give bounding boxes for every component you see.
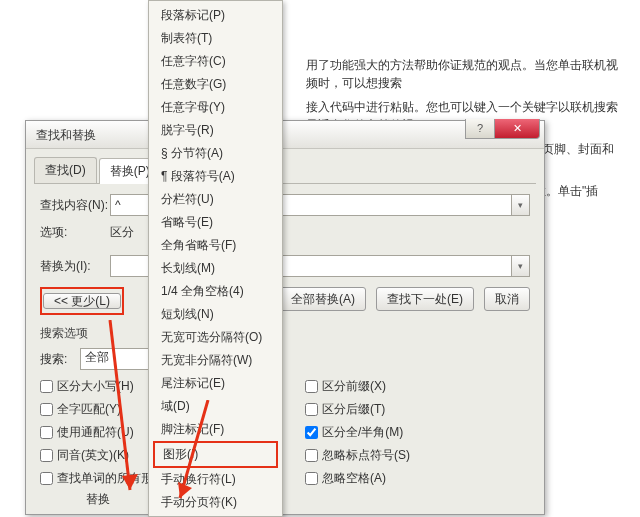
- chk-wordforms[interactable]: 查找单词的所有形式: [40, 470, 165, 487]
- special-char-menu: 段落标记(P) 制表符(T) 任意字符(C) 任意数字(G) 任意字母(Y) 脱…: [148, 0, 283, 517]
- tab-strip: 查找(D) 替换(P) 定位(G): [34, 157, 536, 184]
- less-button[interactable]: << 更少(L): [43, 293, 121, 309]
- right-options: 区分前缀(X) 区分后缀(T) 区分全/半角(M) 忽略标点符号(S) 忽略空格…: [305, 378, 410, 487]
- mi-nowidth-opt[interactable]: 无宽可选分隔符(O): [149, 326, 282, 349]
- find-dropdown[interactable]: ▾: [512, 194, 530, 216]
- tab-find[interactable]: 查找(D): [34, 157, 97, 183]
- mi-section-char[interactable]: § 分节符(A): [149, 142, 282, 165]
- mi-endash[interactable]: 短划线(N): [149, 303, 282, 326]
- chk-wildcard[interactable]: 使用通配符(U): [40, 424, 165, 441]
- mi-graphic[interactable]: 图形(I): [155, 443, 276, 466]
- options-label: 选项:: [40, 224, 110, 241]
- mi-paragraph-mark[interactable]: 段落标记(P): [149, 4, 282, 27]
- mi-any-char[interactable]: 任意字符(C): [149, 50, 282, 73]
- chk-ignorespace[interactable]: 忽略空格(A): [305, 470, 410, 487]
- replace-section-label: 替换: [86, 491, 110, 508]
- find-next-button[interactable]: 查找下一处(E): [376, 287, 474, 311]
- search-options-title: 搜索选项: [40, 325, 530, 342]
- chk-prefix[interactable]: 区分前缀(X): [305, 378, 410, 395]
- mi-full-ellipsis[interactable]: 全角省略号(F): [149, 234, 282, 257]
- dialog-title: 查找和替换: [36, 128, 96, 142]
- find-replace-dialog: 查找和替换 ? ✕ 查找(D) 替换(P) 定位(G) 查找内容(N): ▾ 选…: [25, 120, 545, 515]
- mi-endnote[interactable]: 尾注标记(E): [149, 372, 282, 395]
- chk-soundslike[interactable]: 同音(英文)(K): [40, 447, 165, 464]
- mi-column-break[interactable]: 分栏符(U): [149, 188, 282, 211]
- find-label: 查找内容(N):: [40, 197, 110, 214]
- replace-all-button[interactable]: 全部替换(A): [280, 287, 366, 311]
- options-value: 区分: [110, 224, 134, 241]
- mi-caret[interactable]: 脱字号(R): [149, 119, 282, 142]
- close-button[interactable]: ✕: [494, 119, 540, 139]
- mi-ellipsis[interactable]: 省略号(E): [149, 211, 282, 234]
- mi-manual-linebreak[interactable]: 手动换行符(L): [149, 468, 282, 491]
- dialog-titlebar[interactable]: 查找和替换 ? ✕: [26, 121, 544, 149]
- mi-footnote[interactable]: 脚注标记(F): [149, 418, 282, 441]
- help-button[interactable]: ?: [465, 119, 495, 139]
- mi-nowidth-nonbreak[interactable]: 无宽非分隔符(W): [149, 349, 282, 372]
- chk-wholeword[interactable]: 全字匹配(Y): [40, 401, 165, 418]
- mi-para-char[interactable]: ¶ 段落符号(A): [149, 165, 282, 188]
- replace-label: 替换为(I):: [40, 258, 110, 275]
- chk-fullhalf[interactable]: 区分全/半角(M): [305, 424, 410, 441]
- left-options: 区分大小写(H) 全字匹配(Y) 使用通配符(U) 同音(英文)(K) 查找单词…: [40, 378, 165, 487]
- cancel-button[interactable]: 取消: [484, 287, 530, 311]
- mi-tab[interactable]: 制表符(T): [149, 27, 282, 50]
- mi-any-letter[interactable]: 任意字母(Y): [149, 96, 282, 119]
- chk-ignorepunct[interactable]: 忽略标点符号(S): [305, 447, 410, 464]
- mi-field[interactable]: 域(D): [149, 395, 282, 418]
- mi-manual-pagebreak[interactable]: 手动分页符(K): [149, 491, 282, 514]
- graphic-highlight: 图形(I): [153, 441, 278, 468]
- less-button-highlight: << 更少(L): [40, 287, 124, 315]
- chk-case[interactable]: 区分大小写(H): [40, 378, 165, 395]
- replace-dropdown[interactable]: ▾: [512, 255, 530, 277]
- mi-any-digit[interactable]: 任意数字(G): [149, 73, 282, 96]
- find-input[interactable]: [110, 194, 150, 216]
- mi-quarter-em[interactable]: 1/4 全角空格(4): [149, 280, 282, 303]
- search-label: 搜索:: [40, 351, 80, 368]
- mi-emdash[interactable]: 长划线(M): [149, 257, 282, 280]
- chk-suffix[interactable]: 区分后缀(T): [305, 401, 410, 418]
